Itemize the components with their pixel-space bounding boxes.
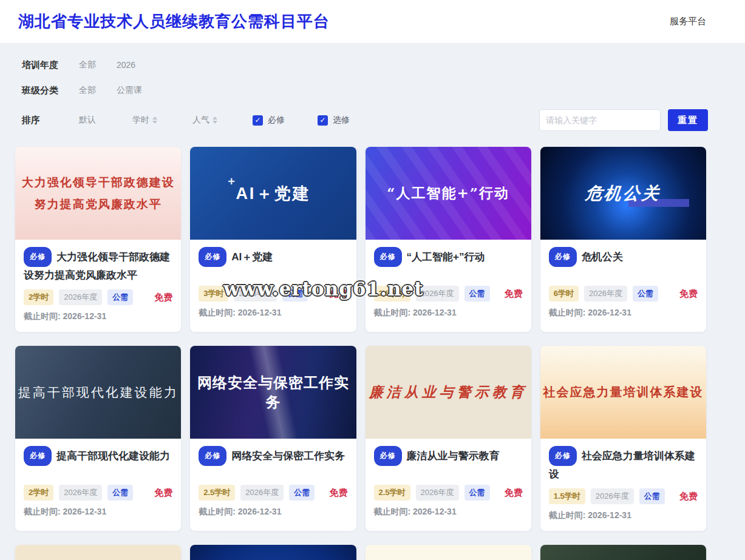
- course-title-block: 必修提高干部现代化建设能力: [24, 446, 172, 479]
- checkbox-checked-icon[interactable]: ✓: [253, 115, 263, 126]
- course-tags: 1.5学时 2026年度 公需 免费: [549, 488, 698, 504]
- tag-type: 公需: [639, 488, 665, 504]
- price-free-label: 免费: [154, 487, 172, 499]
- required-badge: 必修: [374, 446, 402, 466]
- course-card[interactable]: AI+科研：构建智能驱动的新科研生态: [15, 545, 181, 560]
- course-card[interactable]: 提高干部现代化建设能力 必修提高干部现代化建设能力 2学时 2026年度 公需 …: [15, 346, 181, 531]
- required-badge: 必修: [549, 446, 577, 466]
- main-content: 培训年度 全部 2026 班级分类 全部 公需课 排序 默认 学时 人气 ✓ 必…: [0, 44, 745, 560]
- sort-label: 排序: [22, 115, 79, 126]
- price-free-label: 免费: [330, 288, 348, 300]
- course-banner-image: 《关于深入实施“人工智能+”行动的意见》解读: [190, 545, 356, 560]
- search-area: 重置: [539, 109, 708, 131]
- course-banner-image: AI的现状与未来发展趋势: [366, 545, 531, 560]
- tag-year: 2026年度: [591, 488, 634, 504]
- tag-type: 公需: [289, 485, 315, 501]
- course-tags: 2学时 2026年度 公需 免费: [24, 289, 172, 305]
- search-input[interactable]: [546, 115, 656, 125]
- tag-hours: 6学时: [549, 286, 579, 302]
- course-grid: 大力强化领导干部政德建设努力提高党风廉政水平 必修大力强化领导干部政德建设努力提…: [15, 147, 706, 560]
- course-title: 廉洁从业与警示教育: [407, 450, 500, 462]
- filter-row-category: 班级分类 全部 公需课: [22, 81, 745, 100]
- header: 湖北省专业技术人员继续教育公需科目平台 服务平台: [0, 0, 745, 44]
- price-free-label: 免费: [679, 288, 698, 300]
- course-banner-image: 危机公关: [540, 147, 706, 240]
- course-card[interactable]: 廉洁从业与警示教育 必修廉洁从业与警示教育 2.5学时 2026年度 公需 免费…: [366, 346, 531, 531]
- course-card[interactable]: AI＋党建 必修AI＋党建 3学时 2026年度 公需 免费 截止时间: 202…: [190, 147, 356, 332]
- deadline-text: 截止时间: 2026-12-31: [24, 311, 172, 322]
- tag-year: 2026年度: [59, 485, 102, 501]
- course-info: 必修“人工智能+”行动 2.5学时 2026年度 公需 免费 截止时间: 202…: [366, 240, 531, 328]
- course-info: 必修网络安全与保密工作实务 2.5学时 2026年度 公需 免费 截止时间: 2…: [190, 439, 356, 527]
- tag-type: 公需: [107, 485, 133, 501]
- course-banner-image: AI+科研：构建智能驱动的新科研生态: [15, 545, 181, 560]
- tag-year: 2026年度: [584, 286, 627, 302]
- course-card[interactable]: 大力强化领导干部政德建设努力提高党风廉政水平 必修大力强化领导干部政德建设努力提…: [15, 147, 181, 332]
- tag-type: 公需: [464, 485, 490, 501]
- course-title: “人工智能+”行动: [407, 251, 485, 263]
- course-tags: 2.5学时 2026年度 公需 免费: [199, 485, 347, 501]
- required-badge: 必修: [374, 247, 402, 267]
- tag-type: 公需: [107, 289, 133, 305]
- filter-row-year: 培训年度 全部 2026: [22, 56, 745, 74]
- course-banner-image: 社会应急力量培训体系建设: [540, 346, 706, 439]
- course-title: 网络安全与保密工作实务: [231, 450, 345, 462]
- required-badge: 必修: [549, 247, 577, 267]
- deadline-text: 截止时间: 2026-12-31: [199, 308, 347, 319]
- course-banner-image: 网络安全与保密工作实务: [190, 346, 356, 439]
- deadline-text: 截止时间: 2026-12-31: [199, 507, 347, 518]
- course-tags: 2学时 2026年度 公需 免费: [24, 485, 172, 501]
- course-banner-image: 智能机器人与制造业融合的关键技术与应用: [540, 545, 706, 560]
- tag-hours: 2学时: [24, 485, 53, 501]
- sort-arrows-icon[interactable]: [213, 116, 217, 124]
- course-info: 必修大力强化领导干部政德建设努力提高党风廉政水平 2学时 2026年度 公需 免…: [15, 240, 181, 332]
- checkbox-elective[interactable]: ✓ 选修: [318, 115, 350, 126]
- nav-service-platform[interactable]: 服务平台: [670, 16, 706, 27]
- required-badge: 必修: [24, 247, 52, 267]
- course-title: 危机公关: [582, 251, 623, 263]
- tag-year: 2026年度: [59, 289, 102, 305]
- course-title: AI＋党建: [231, 251, 273, 263]
- tag-hours: 1.5学时: [549, 488, 585, 504]
- price-free-label: 免费: [505, 288, 523, 300]
- filter-option-all[interactable]: 全部: [79, 85, 96, 96]
- sort-arrows-icon[interactable]: [152, 116, 157, 124]
- tag-year: 2026年度: [416, 485, 459, 501]
- price-free-label: 免费: [154, 292, 172, 303]
- tag-year: 2026年度: [240, 485, 284, 501]
- course-card[interactable]: 危机公关 必修危机公关 6学时 2026年度 公需 免费 截止时间: 2026-…: [540, 147, 706, 332]
- course-card[interactable]: 网络安全与保密工作实务 必修网络安全与保密工作实务 2.5学时 2026年度 公…: [190, 346, 356, 531]
- course-info: 必修廉洁从业与警示教育 2.5学时 2026年度 公需 免费 截止时间: 202…: [366, 439, 531, 527]
- sort-default[interactable]: 默认: [79, 115, 96, 126]
- sort-by-hours[interactable]: 学时: [132, 115, 157, 126]
- course-banner-image: 大力强化领导干部政德建设努力提高党风廉政水平: [15, 147, 181, 240]
- filter-option-public[interactable]: 公需课: [117, 85, 142, 96]
- filter-label-year: 培训年度: [22, 59, 79, 71]
- course-title-block: 必修大力强化领导干部政德建设努力提高党风廉政水平: [24, 247, 172, 283]
- course-title-block: 必修“人工智能+”行动: [374, 247, 523, 280]
- tag-hours: 2学时: [24, 289, 53, 305]
- checkbox-checked-icon[interactable]: ✓: [318, 115, 328, 126]
- course-banner-image: “人工智能+”行动: [366, 147, 531, 240]
- course-card[interactable]: 智能机器人与制造业融合的关键技术与应用: [540, 545, 706, 560]
- course-title-block: 必修AI＋党建: [199, 247, 347, 280]
- filter-option-all[interactable]: 全部: [79, 59, 96, 70]
- course-info: 必修AI＋党建 3学时 2026年度 公需 免费 截止时间: 2026-12-3…: [190, 240, 356, 328]
- tag-hours: 2.5学时: [374, 286, 410, 302]
- course-card[interactable]: 社会应急力量培训体系建设 必修社会应急力量培训体系建设 1.5学时 2026年度…: [540, 346, 706, 531]
- search-box[interactable]: [539, 109, 661, 131]
- course-title: 提高干部现代化建设能力: [56, 450, 170, 462]
- course-banner-image: 廉洁从业与警示教育: [366, 346, 531, 439]
- deadline-text: 截止时间: 2026-12-31: [549, 308, 698, 319]
- course-card[interactable]: 《关于深入实施“人工智能+”行动的意见》解读: [190, 545, 356, 560]
- course-card[interactable]: “人工智能+”行动 必修“人工智能+”行动 2.5学时 2026年度 公需 免费…: [366, 147, 531, 332]
- tag-hours: 2.5学时: [374, 485, 410, 501]
- reset-button[interactable]: 重置: [668, 109, 708, 131]
- checkbox-required[interactable]: ✓ 必修: [253, 115, 285, 126]
- filter-option-2026[interactable]: 2026: [117, 60, 135, 70]
- course-card[interactable]: AI的现状与未来发展趋势: [366, 545, 531, 560]
- course-banner-image: AI＋党建: [190, 147, 356, 240]
- course-banner-image: 提高干部现代化建设能力: [15, 346, 181, 439]
- course-tags: 3学时 2026年度 公需 免费: [199, 286, 347, 302]
- sort-by-popularity[interactable]: 人气: [192, 115, 217, 126]
